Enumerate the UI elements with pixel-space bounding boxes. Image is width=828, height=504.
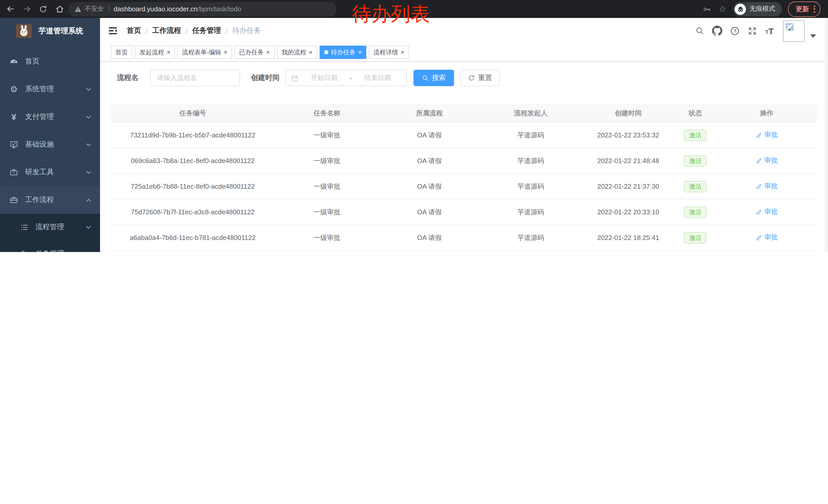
browser-menu-icon[interactable] (814, 5, 815, 12)
task-tree-icon (19, 249, 29, 252)
start-date-placeholder: 开始日期 (301, 73, 348, 83)
briefcase-icon (9, 195, 18, 204)
sidebar-item-infrastructure[interactable]: 基础设施 (0, 131, 100, 158)
date-range-input[interactable]: 开始日期 - 结束日期 (285, 70, 407, 86)
sidebar-item-task-mgmt[interactable]: 任务管理 (0, 240, 100, 252)
cell-starter: 芋道源码 (480, 208, 582, 217)
security-label[interactable]: 不安全 (85, 5, 104, 13)
cell-action: 审批 (716, 233, 817, 242)
sidebar-item-process-mgmt[interactable]: 流程管理 (0, 214, 100, 240)
sidebar-item-home[interactable]: 首页 (0, 48, 100, 75)
back-icon[interactable] (5, 4, 15, 14)
tab-my-process[interactable]: 我的流程× (277, 46, 317, 59)
close-icon[interactable]: × (167, 49, 170, 55)
chevron-down-icon (85, 169, 92, 176)
cell-task-id: a6aba0a4-7b6d-11ec-b781-acde48001122 (111, 234, 275, 241)
approve-link[interactable]: 审批 (756, 233, 778, 242)
sidebar-item-devtools[interactable]: 研发工具 (0, 158, 100, 186)
password-key-icon[interactable] (702, 4, 711, 13)
update-button[interactable]: 更新 (788, 1, 820, 17)
close-icon[interactable]: × (309, 49, 313, 55)
forward-icon[interactable] (22, 4, 32, 14)
url-text[interactable]: dashboard.yudao.iocoder.cn/bpm/task/todo (114, 5, 241, 13)
cell-starter: 芋道源码 (480, 182, 582, 191)
table-row: 8f0d1619-7ac8-11ec-a9e2-a2380e71991a 1.2… (111, 251, 817, 252)
flow-list-icon (19, 223, 29, 232)
cell-status: 激活 (675, 181, 716, 192)
sidebar-item-system[interactable]: ⚙ 系统管理 (0, 75, 100, 103)
approve-link[interactable]: 审批 (756, 182, 778, 191)
search-icon[interactable] (695, 26, 705, 36)
fullscreen-icon[interactable] (747, 26, 757, 36)
workflow-submenu: 流程管理 任务管理 我的流程 (0, 214, 100, 252)
tab-form-edit[interactable]: 流程表单-编辑× (177, 46, 232, 59)
chevron-down-icon (85, 113, 92, 120)
help-icon[interactable]: ? (730, 26, 740, 36)
close-icon[interactable]: × (358, 49, 362, 55)
approve-link[interactable]: 审批 (756, 131, 778, 140)
tab-home[interactable]: 首页 (111, 46, 132, 59)
page-content: 流程名 请输入流程名 创建时间 开始日期 - 结束日期 搜索 (100, 61, 828, 252)
search-button[interactable]: 搜索 (413, 70, 454, 86)
col-task-name: 任务名称 (275, 108, 379, 118)
sidebar-item-payment[interactable]: ¥ 支付管理 (0, 103, 100, 131)
chevron-down-icon (85, 86, 92, 93)
col-task-id: 任务编号 (111, 108, 275, 118)
address-bar[interactable]: 不安全 dashboard.yudao.iocoder.cn/bpm/task/… (68, 2, 336, 16)
browser-nav-buttons (5, 4, 65, 14)
cell-task-name: 一级审批 (275, 233, 379, 242)
cell-status: 激活 (675, 155, 716, 166)
home-icon[interactable] (54, 4, 65, 14)
cell-process: OA 请假 (379, 131, 480, 140)
active-dot (324, 50, 328, 54)
github-icon[interactable] (712, 26, 722, 36)
tab-todo-task[interactable]: 待办任务× (320, 46, 366, 59)
screen: 不安全 dashboard.yudao.iocoder.cn/bpm/task/… (0, 0, 828, 252)
status-badge: 激活 (684, 181, 707, 192)
table-row: 73211d9d-7b9b-11ec-b5b7-acde48001122 一级审… (111, 123, 817, 148)
cell-status: 激活 (675, 130, 716, 141)
close-icon[interactable]: × (224, 49, 227, 55)
approve-link[interactable]: 审批 (756, 208, 778, 217)
reload-icon[interactable] (38, 4, 48, 14)
security-warning-icon[interactable] (74, 5, 82, 12)
reset-button[interactable]: 重置 (460, 70, 500, 86)
tags-view: 首页 发起流程× 流程表单-编辑× 已办任务× 我的流程× 待办任务× 流程详情… (100, 44, 828, 61)
logo-rabbit-icon (16, 24, 32, 38)
create-time-label: 创建时间 (251, 73, 280, 83)
cell-starter: 芋道源码 (480, 156, 582, 165)
pencil-icon (756, 132, 762, 138)
monitor-icon (9, 140, 18, 149)
avatar-dropdown-caret[interactable] (810, 34, 816, 38)
sidebar-collapse-icon[interactable] (108, 26, 118, 36)
breadcrumb-task-mgmt[interactable]: 任务管理 (192, 26, 221, 35)
process-name-input[interactable]: 请输入流程名 (150, 70, 240, 86)
dashboard-icon (9, 57, 18, 66)
bookmark-star-icon[interactable]: ☆ (719, 5, 727, 13)
svg-text:?: ? (733, 29, 736, 34)
cell-task-name: 一级审批 (275, 208, 379, 217)
sidebar-item-workflow[interactable]: 工作流程 (0, 186, 100, 214)
cell-action: 审批 (716, 156, 817, 166)
tab-process-detail[interactable]: 流程详情× (369, 46, 409, 59)
chevron-up-icon (85, 250, 92, 252)
tab-start-process[interactable]: 发起流程× (135, 46, 175, 59)
page-scrollbar[interactable] (825, 18, 828, 252)
incognito-badge: 无痕模式 (733, 2, 782, 16)
col-status: 状态 (675, 108, 716, 118)
navbar: 首页 / 工作流程 / 任务管理 / 待办任务 ? (100, 18, 828, 44)
approve-link[interactable]: 审批 (756, 156, 778, 165)
close-icon[interactable]: × (401, 49, 404, 55)
cell-action: 审批 (716, 131, 817, 140)
breadcrumb-home[interactable]: 首页 (127, 26, 141, 35)
app-logo[interactable]: 芋道管理系统 (0, 18, 100, 44)
font-size-icon[interactable]: TT (764, 26, 775, 36)
calendar-icon (291, 74, 299, 82)
pencil-icon (756, 157, 762, 164)
avatar[interactable] (783, 20, 805, 42)
close-icon[interactable]: × (266, 49, 270, 55)
status-badge: 激活 (684, 130, 707, 141)
table-row: 75d72608-7b7f-11ec-a3c8-acde48001122 一级审… (111, 199, 817, 225)
tab-done-task[interactable]: 已办任务× (235, 46, 275, 59)
breadcrumb-workflow[interactable]: 工作流程 (152, 26, 181, 35)
